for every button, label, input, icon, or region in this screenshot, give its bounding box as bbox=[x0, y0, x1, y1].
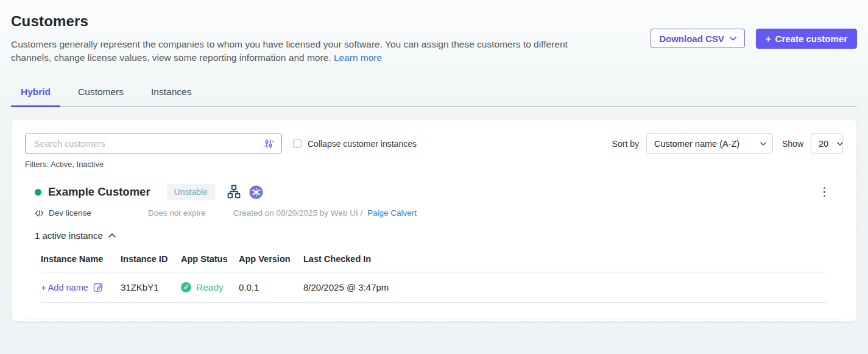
app-status-value: Ready bbox=[196, 282, 224, 293]
code-brackets-icon bbox=[35, 210, 44, 217]
collapse-instances-checkbox[interactable] bbox=[293, 140, 302, 148]
show-count-selected-value: 20 bbox=[819, 139, 828, 149]
instances-table-header: Instance Name Instance ID App Status App… bbox=[41, 254, 826, 272]
license-type-label: Dev license bbox=[49, 208, 91, 218]
pencil-square-icon bbox=[93, 282, 104, 292]
add-instance-name-action[interactable]: + Add name bbox=[41, 282, 121, 292]
col-instance-id: Instance ID bbox=[121, 254, 181, 264]
filter-sliders-icon[interactable] bbox=[263, 138, 274, 149]
page-title: Customers bbox=[11, 13, 596, 30]
created-info: Created on 08/20/2025 by Web UI / Paige … bbox=[233, 208, 417, 218]
customers-toolbar: Filters: Active, Inactive Collapse custo… bbox=[25, 133, 843, 169]
add-name-label: + Add name bbox=[41, 283, 88, 292]
show-label: Show bbox=[782, 139, 803, 149]
customer-header: Example Customer Unstable bbox=[35, 184, 843, 200]
tab-hybrid[interactable]: Hybrid bbox=[11, 81, 60, 107]
topology-sitemap-icon bbox=[227, 185, 241, 199]
last-checked-in-value: 8/20/2025 @ 3:47pm bbox=[303, 282, 826, 292]
download-csv-button[interactable]: Download CSV bbox=[651, 29, 745, 48]
chevron-up-icon bbox=[108, 233, 116, 238]
col-app-version: App Version bbox=[239, 254, 303, 264]
active-status-dot-icon bbox=[35, 189, 41, 196]
customer-name[interactable]: Example Customer bbox=[48, 185, 150, 199]
create-customer-button[interactable]: + Create customer bbox=[756, 29, 857, 49]
search-box bbox=[25, 133, 282, 154]
customers-page: Customers Customers generally represent … bbox=[0, 0, 868, 322]
show-count-select[interactable]: 20 bbox=[811, 133, 843, 154]
instances-table: Instance Name Instance ID App Status App… bbox=[41, 254, 826, 303]
search-input[interactable] bbox=[34, 139, 263, 149]
active-instances-toggle[interactable]: 1 active instance bbox=[35, 230, 843, 241]
plus-icon: + bbox=[766, 34, 771, 44]
check-circle-icon: ✓ bbox=[181, 282, 191, 292]
sort-by-label: Sort by bbox=[612, 139, 639, 149]
customer-block: Example Customer Unstable bbox=[25, 184, 843, 319]
app-version-value: 0.0.1 bbox=[239, 282, 303, 292]
sort-controls: Sort by Customer name (A-Z) Show 20 bbox=[612, 133, 843, 154]
download-csv-label: Download CSV bbox=[659, 34, 724, 44]
app-status-cell: ✓ Ready bbox=[181, 282, 239, 293]
license-type: Dev license bbox=[35, 208, 148, 218]
channel-badge: Unstable bbox=[167, 184, 215, 200]
created-by-link[interactable]: Paige Calvert bbox=[367, 208, 417, 218]
learn-more-link[interactable]: Learn more bbox=[334, 52, 382, 63]
instance-row: + Add name 31ZKbY1 ✓ Ready 0.0.1 bbox=[41, 272, 826, 303]
customers-card: Filters: Active, Inactive Collapse custo… bbox=[11, 119, 857, 322]
customer-meta-row: Dev license Does not expire Created on 0… bbox=[35, 208, 843, 218]
header-actions: Download CSV + Create customer bbox=[651, 29, 857, 65]
kubernetes-icon bbox=[249, 185, 263, 199]
view-tabs: Hybrid Customers Instances bbox=[11, 81, 857, 107]
page-description: Customers generally represent the compan… bbox=[11, 38, 596, 65]
tab-customers[interactable]: Customers bbox=[68, 81, 133, 107]
active-filters-note: Filters: Active, Inactive bbox=[25, 160, 282, 169]
page-header-left: Customers Customers generally represent … bbox=[11, 13, 596, 65]
instance-id-value: 31ZKbY1 bbox=[121, 282, 181, 292]
create-customer-label: Create customer bbox=[775, 34, 847, 44]
chevron-down-icon bbox=[760, 142, 766, 146]
collapse-instances-label: Collapse customer instances bbox=[308, 139, 417, 149]
customer-separator bbox=[25, 319, 843, 319]
chevron-down-icon bbox=[730, 37, 736, 41]
page-description-text: Customers generally represent the compan… bbox=[11, 39, 568, 63]
col-app-status: App Status bbox=[181, 254, 239, 264]
col-last-checked-in: Last Checked In bbox=[303, 254, 826, 264]
tab-instances[interactable]: Instances bbox=[141, 81, 201, 107]
sort-by-selected-value: Customer name (A-Z) bbox=[654, 139, 739, 149]
col-instance-name: Instance Name bbox=[41, 254, 121, 264]
sort-by-select[interactable]: Customer name (A-Z) bbox=[646, 133, 773, 154]
license-expiration: Does not expire bbox=[148, 208, 233, 218]
active-instances-label: 1 active instance bbox=[35, 230, 103, 241]
search-column: Filters: Active, Inactive bbox=[25, 133, 282, 169]
created-info-text: Created on 08/20/2025 by Web UI / bbox=[233, 208, 362, 218]
chevron-down-icon bbox=[837, 142, 843, 146]
customer-overflow-menu-icon[interactable] bbox=[821, 185, 828, 200]
collapse-instances-control[interactable]: Collapse customer instances bbox=[293, 139, 417, 149]
page-header: Customers Customers generally represent … bbox=[0, 0, 868, 65]
